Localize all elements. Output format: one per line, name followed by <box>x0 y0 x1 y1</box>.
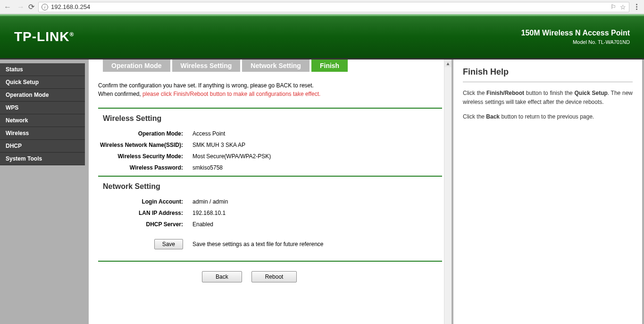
product-name: 150M Wireless N Access Point <box>521 29 630 37</box>
divider <box>98 261 442 262</box>
sidebar-item-wireless[interactable]: Wireless <box>0 127 85 140</box>
url-bar[interactable]: i 192.168.0.254 ⚐ ☆ <box>38 2 629 12</box>
scroll-up-icon[interactable]: ▲ <box>444 60 452 67</box>
divider <box>98 108 442 109</box>
value-security-mode: Most Secure(WPA/WPA2-PSK) <box>192 153 442 160</box>
reboot-button[interactable]: Reboot <box>251 271 297 282</box>
sidebar: Status Quick Setup Operation Mode WPS Ne… <box>0 60 85 324</box>
help-paragraph-1: Click the Finish/Reboot button to finish… <box>463 89 633 107</box>
sidebar-item-dhcp[interactable]: DHCP <box>0 140 85 153</box>
sidebar-item-quick-setup[interactable]: Quick Setup <box>0 76 85 89</box>
back-arrow-icon[interactable]: ← <box>4 3 11 11</box>
label-lan-ip: LAN IP Address: <box>98 210 192 216</box>
network-section-title: Network Setting <box>103 182 442 191</box>
translate-icon[interactable]: ⚐ <box>611 3 616 11</box>
scrollbar[interactable]: ▲ <box>444 60 452 324</box>
header-banner: TP-LINK® 150M Wireless N Access Point Mo… <box>0 14 644 60</box>
forward-arrow-icon[interactable]: → <box>17 3 25 11</box>
model-number: Model No. TL-WA701ND <box>521 39 630 45</box>
value-operation-mode: Access Point <box>192 130 442 137</box>
wizard-tabs: Operation Mode Wireless Setting Network … <box>103 60 442 72</box>
label-login-account: Login Account: <box>98 198 192 205</box>
menu-dots-icon[interactable] <box>633 4 640 10</box>
star-icon[interactable]: ☆ <box>620 3 626 11</box>
logo: TP-LINK® <box>14 29 74 44</box>
main-content: Operation Mode Wireless Setting Network … <box>89 60 452 324</box>
wireless-section-title: Wireless Setting <box>103 114 442 123</box>
sidebar-item-status[interactable]: Status <box>0 63 85 76</box>
label-wireless-password: Wireless Password: <box>98 164 192 171</box>
help-panel: Finish Help Click the Finish/Reboot butt… <box>453 60 642 324</box>
info-icon[interactable]: i <box>42 4 48 10</box>
tab-wireless-setting[interactable]: Wireless Setting <box>172 60 241 72</box>
value-lan-ip: 192.168.10.1 <box>192 210 442 216</box>
value-ssid: SMK MUH 3 SKA AP <box>192 142 442 148</box>
save-button[interactable]: Save <box>154 239 183 249</box>
label-dhcp-server: DHCP Server: <box>98 221 192 228</box>
tab-operation-mode[interactable]: Operation Mode <box>103 60 170 72</box>
browser-toolbar: ← → ⟳ i 192.168.0.254 ⚐ ☆ <box>0 0 644 14</box>
intro-warning: please click Finish/Reboot button to mak… <box>142 91 320 97</box>
save-description: Save these settings as a text file for f… <box>192 241 323 247</box>
value-login-account: admin / admin <box>192 198 442 205</box>
label-security-mode: Wireless Security Mode: <box>98 153 192 160</box>
value-dhcp-server: Enabled <box>192 221 442 228</box>
intro-text: Confirm the configuration you have set. … <box>98 81 442 98</box>
help-paragraph-2: Click the Back button to return to the p… <box>463 112 633 121</box>
value-wireless-password: smkiso5758 <box>192 164 442 171</box>
label-operation-mode: Operation Mode: <box>98 130 192 137</box>
url-text: 192.168.0.254 <box>51 3 90 10</box>
sidebar-item-operation-mode[interactable]: Operation Mode <box>0 89 85 102</box>
intro-line1: Confirm the configuration you have set. … <box>98 81 442 90</box>
sidebar-item-system-tools[interactable]: System Tools <box>0 153 85 165</box>
back-button[interactable]: Back <box>202 271 242 282</box>
help-title: Finish Help <box>463 67 633 82</box>
tab-network-setting[interactable]: Network Setting <box>242 60 309 72</box>
sidebar-item-network[interactable]: Network <box>0 114 85 127</box>
sidebar-item-wps[interactable]: WPS <box>0 102 85 114</box>
tab-finish[interactable]: Finish <box>311 60 348 72</box>
divider <box>98 176 442 177</box>
label-ssid: Wireless Network Name(SSID): <box>98 142 192 148</box>
reload-icon[interactable]: ⟳ <box>28 2 34 11</box>
